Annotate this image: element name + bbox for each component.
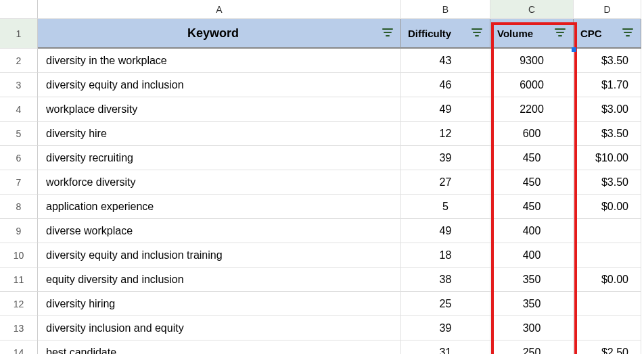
cell-volume[interactable]: 250 xyxy=(490,340,574,354)
cell-keyword[interactable]: diversity recruiting xyxy=(38,146,401,170)
row-header-13[interactable]: 13 xyxy=(0,316,38,340)
cell-keyword[interactable]: diversity hire xyxy=(38,122,401,146)
header-keyword[interactable]: Keyword xyxy=(38,19,401,49)
cell-volume[interactable]: 300 xyxy=(490,316,574,340)
cell-keyword[interactable]: diverse workplace xyxy=(38,219,401,243)
selection-handle[interactable] xyxy=(572,47,576,52)
cell-keyword[interactable]: application experience xyxy=(38,195,401,219)
cell-difficulty[interactable]: 5 xyxy=(401,195,490,219)
cell-volume[interactable]: 450 xyxy=(490,170,574,195)
cell-keyword[interactable]: diversity equity and inclusion xyxy=(38,73,401,97)
row-header-6[interactable]: 6 xyxy=(0,146,38,170)
cell-cpc[interactable] xyxy=(574,292,641,316)
cell-cpc[interactable]: $3.50 xyxy=(574,49,641,73)
row-header-5[interactable]: 5 xyxy=(0,122,38,146)
cell-volume[interactable]: 450 xyxy=(490,146,574,170)
cell-volume[interactable]: 450 xyxy=(490,195,574,219)
col-header-b[interactable]: B xyxy=(401,0,490,19)
cell-cpc[interactable]: $10.00 xyxy=(574,146,641,170)
cell-keyword[interactable]: diversity inclusion and equity xyxy=(38,316,401,340)
row-header-8[interactable]: 8 xyxy=(0,195,38,219)
row-header-7[interactable]: 7 xyxy=(0,170,38,195)
cell-cpc[interactable]: $3.00 xyxy=(574,97,641,122)
cell-difficulty[interactable]: 43 xyxy=(401,49,490,73)
cell-keyword[interactable]: diversity hiring xyxy=(38,292,401,316)
header-keyword-label: Keyword xyxy=(45,26,382,41)
cell-keyword[interactable]: diversity equity and inclusion training xyxy=(38,243,401,268)
cell-difficulty[interactable]: 12 xyxy=(401,122,490,146)
cell-volume[interactable]: 400 xyxy=(490,219,574,243)
filter-icon[interactable] xyxy=(471,28,483,38)
cell-volume[interactable]: 350 xyxy=(490,268,574,292)
header-volume[interactable]: Volume xyxy=(490,19,574,49)
row-header-11[interactable]: 11 xyxy=(0,268,38,292)
cell-difficulty[interactable]: 25 xyxy=(401,292,490,316)
header-cpc[interactable]: CPC xyxy=(574,19,641,49)
cell-difficulty[interactable]: 31 xyxy=(401,340,490,354)
cell-keyword[interactable]: workforce diversity xyxy=(38,170,401,195)
cell-keyword[interactable]: workplace diversity xyxy=(38,97,401,122)
header-difficulty[interactable]: Difficulty xyxy=(401,19,490,49)
cell-volume[interactable]: 400 xyxy=(490,243,574,268)
cell-cpc[interactable] xyxy=(574,219,641,243)
cell-volume[interactable]: 9300 xyxy=(490,49,574,73)
cell-keyword[interactable]: diversity in the workplace xyxy=(38,49,401,73)
cell-difficulty[interactable]: 49 xyxy=(401,219,490,243)
select-all-corner[interactable] xyxy=(0,0,38,19)
cell-cpc[interactable]: $1.70 xyxy=(574,73,641,97)
filter-icon[interactable] xyxy=(622,28,634,38)
filter-icon[interactable] xyxy=(554,28,566,38)
header-volume-label: Volume xyxy=(497,28,554,39)
row-header-1[interactable]: 1 xyxy=(0,19,38,49)
row-header-3[interactable]: 3 xyxy=(0,73,38,97)
cell-cpc[interactable]: $3.50 xyxy=(574,170,641,195)
header-difficulty-label: Difficulty xyxy=(408,28,471,39)
cell-difficulty[interactable]: 49 xyxy=(401,97,490,122)
cell-cpc[interactable]: $3.50 xyxy=(574,122,641,146)
col-header-d[interactable]: D xyxy=(574,0,641,19)
cell-cpc[interactable]: $0.00 xyxy=(574,195,641,219)
cell-volume[interactable]: 6000 xyxy=(490,73,574,97)
cell-difficulty[interactable]: 18 xyxy=(401,243,490,268)
cell-volume[interactable]: 350 xyxy=(490,292,574,316)
cell-difficulty[interactable]: 39 xyxy=(401,316,490,340)
cell-volume[interactable]: 2200 xyxy=(490,97,574,122)
cell-volume[interactable]: 600 xyxy=(490,122,574,146)
row-header-4[interactable]: 4 xyxy=(0,97,38,122)
cell-cpc[interactable] xyxy=(574,243,641,268)
cell-cpc[interactable]: $0.00 xyxy=(574,268,641,292)
cell-difficulty[interactable]: 39 xyxy=(401,146,490,170)
spreadsheet-grid: A B C D 1 Keyword Difficulty Volume CPC … xyxy=(0,0,644,354)
cell-cpc[interactable] xyxy=(574,316,641,340)
filter-icon[interactable] xyxy=(382,28,394,38)
col-header-c[interactable]: C xyxy=(490,0,574,19)
cell-cpc[interactable]: $2.50 xyxy=(574,340,641,354)
row-header-14[interactable]: 14 xyxy=(0,340,38,354)
row-header-12[interactable]: 12 xyxy=(0,292,38,316)
cell-difficulty[interactable]: 46 xyxy=(401,73,490,97)
header-cpc-label: CPC xyxy=(580,28,622,39)
row-header-10[interactable]: 10 xyxy=(0,243,38,268)
col-header-a[interactable]: A xyxy=(38,0,401,19)
cell-difficulty[interactable]: 27 xyxy=(401,170,490,195)
row-header-9[interactable]: 9 xyxy=(0,219,38,243)
cell-keyword[interactable]: best candidate xyxy=(38,340,401,354)
cell-keyword[interactable]: equity diversity and inclusion xyxy=(38,268,401,292)
row-header-2[interactable]: 2 xyxy=(0,49,38,73)
cell-difficulty[interactable]: 38 xyxy=(401,268,490,292)
